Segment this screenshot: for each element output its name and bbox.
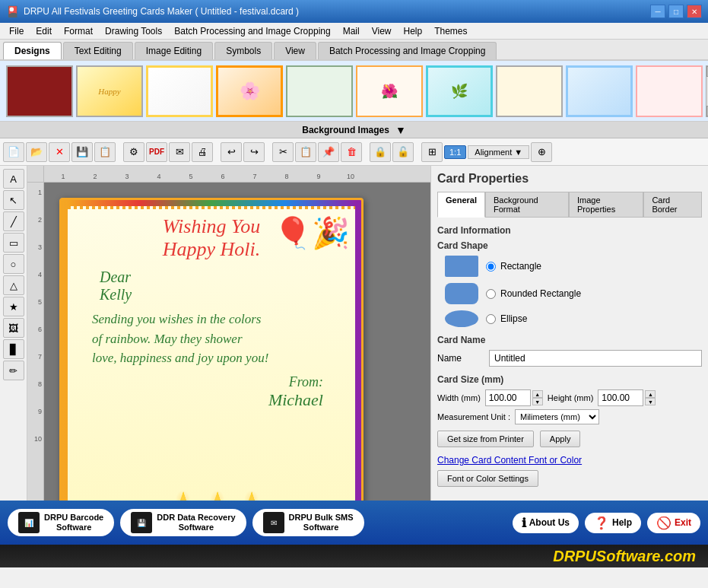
open-button[interactable]: 📂 <box>26 142 47 162</box>
height-label: Height (mm) <box>548 393 594 402</box>
template-thumb-5[interactable] <box>286 65 353 117</box>
menu-drawing-tools[interactable]: Drawing Tools <box>99 24 168 38</box>
zoom-button[interactable]: 1:1 <box>444 145 466 159</box>
tab-view[interactable]: View <box>274 42 316 59</box>
radio-rectangle[interactable]: Rectangle <box>486 261 541 272</box>
tab-symbols[interactable]: Symbols <box>214 42 272 59</box>
menu-view[interactable]: View <box>366 24 398 38</box>
template-thumb-8[interactable] <box>496 65 563 117</box>
email-button[interactable]: ✉ <box>169 142 190 162</box>
width-input[interactable] <box>485 389 531 406</box>
pencil-tool[interactable]: ✏ <box>3 361 24 380</box>
text-tool[interactable]: A <box>3 169 24 189</box>
radio-rect-input[interactable] <box>486 262 496 272</box>
card-shape-title: Card Shape <box>437 240 702 251</box>
about-us-button[interactable]: ℹ About Us <box>513 513 579 533</box>
triangle-tool[interactable]: △ <box>3 275 24 295</box>
saveas-button[interactable]: 📋 <box>94 142 116 162</box>
barcode-tool[interactable]: ▊ <box>3 339 24 359</box>
title-bar: 🎴 DRPU All Festivals Greeting Cards Make… <box>0 0 708 23</box>
copy-button[interactable]: 📋 <box>295 142 316 162</box>
product-barcode[interactable]: 📊 DRPU BarcodeSoftware <box>8 509 114 536</box>
background-images-bar: Background Images ▼ <box>0 122 708 138</box>
menu-format[interactable]: Format <box>58 24 99 38</box>
properties-button[interactable]: ⚙ <box>123 142 144 162</box>
template-thumb-2[interactable]: Happy <box>76 65 143 117</box>
panel-tab-border[interactable]: Card Border <box>643 192 702 218</box>
exit-button[interactable]: 🚫 Exit <box>647 513 700 533</box>
cut-button[interactable]: ✂ <box>272 142 294 162</box>
height-input[interactable] <box>598 389 643 406</box>
sms-icon: ✉ <box>263 512 284 533</box>
pdf-button[interactable]: PDF <box>146 142 167 162</box>
radio-ellipse-input[interactable] <box>486 314 496 324</box>
print-button[interactable]: 🖨 <box>192 142 213 162</box>
rect-tool[interactable]: ▭ <box>3 233 24 253</box>
line-tool[interactable]: ╱ <box>3 211 24 231</box>
template-thumb-6[interactable]: 🌺 <box>356 65 423 117</box>
panel-tab-general[interactable]: General <box>437 192 485 218</box>
grid-button[interactable]: ⊞ <box>421 142 443 162</box>
paste-button[interactable]: 📌 <box>318 142 339 162</box>
menu-edit[interactable]: Edit <box>30 24 58 38</box>
ruler-tick: 1 <box>47 173 79 180</box>
new-button[interactable]: 📄 <box>3 142 24 162</box>
circle-tool[interactable]: ○ <box>3 254 24 274</box>
menu-themes[interactable]: Themes <box>428 24 473 38</box>
template-thumb-10[interactable] <box>636 65 703 117</box>
close-button[interactable]: ✕ <box>687 5 702 18</box>
zoom-in-button[interactable]: ⊕ <box>531 142 552 162</box>
dropdown-icon[interactable]: ▼ <box>395 124 406 136</box>
radio-rounded[interactable]: Rounded Rectangle <box>486 288 581 299</box>
template-thumb-3[interactable] <box>146 65 213 117</box>
tab-bar: Designs Text Editing Image Editing Symbo… <box>0 40 708 61</box>
template-thumb-1[interactable] <box>6 65 73 117</box>
help-button[interactable]: ❓ Help <box>585 513 641 533</box>
undo-button[interactable]: ↩ <box>221 142 242 162</box>
image-tool[interactable]: 🖼 <box>3 318 24 338</box>
star-tool[interactable]: ★ <box>3 297 24 316</box>
alignment-button[interactable]: Alignment ▼ <box>468 145 529 159</box>
minimize-button[interactable]: ─ <box>650 5 665 18</box>
tab-batch[interactable]: Batch Processing and Image Cropping <box>318 42 497 59</box>
radio-rounded-input[interactable] <box>486 289 496 299</box>
get-size-printer-button[interactable]: Get size from Printer <box>437 431 534 447</box>
delete-button[interactable]: 🗑 <box>341 142 362 162</box>
product-recovery[interactable]: 💾 DDR Data RecoverySoftware <box>120 509 246 536</box>
tab-text-editing[interactable]: Text Editing <box>63 42 133 59</box>
left-tools: A ↖ ╱ ▭ ○ △ ★ 🖼 ▊ ✏ <box>0 166 27 501</box>
save-button[interactable]: 💾 <box>71 142 93 162</box>
arrow-tool[interactable]: ↖ <box>3 190 24 210</box>
redo-button[interactable]: ↪ <box>243 142 265 162</box>
greeting-card[interactable]: 🎈🎉 Wishing You Happy Holi. Dear Kelly Se… <box>59 198 364 501</box>
tab-designs[interactable]: Designs <box>3 42 62 59</box>
menu-batch[interactable]: Batch Processing and Image Cropping <box>168 24 336 38</box>
lock-button[interactable]: 🔒 <box>370 142 391 162</box>
width-down[interactable]: ▼ <box>532 398 543 405</box>
panel-title: Card Properties <box>437 172 702 186</box>
close-file-button[interactable]: ✕ <box>49 142 70 162</box>
template-thumb-4[interactable]: 🌸 <box>216 65 283 117</box>
shape-thumb-rounded <box>445 283 478 304</box>
radio-ellipse[interactable]: Ellipse <box>486 313 527 324</box>
width-up[interactable]: ▲ <box>532 390 543 398</box>
template-thumb-9[interactable] <box>566 65 633 117</box>
panel-tab-background[interactable]: Background Format <box>485 192 569 218</box>
panel-tab-image[interactable]: Image Properties <box>569 192 643 218</box>
maximize-button[interactable]: □ <box>668 5 684 18</box>
product-sms[interactable]: ✉ DRPU Bulk SMSSoftware <box>252 509 364 536</box>
bottom-right: ℹ About Us ❓ Help 🚫 Exit <box>513 513 700 533</box>
height-down[interactable]: ▼ <box>645 398 656 405</box>
unlock-button[interactable]: 🔓 <box>392 142 414 162</box>
menu-help[interactable]: Help <box>397 24 428 38</box>
menu-file[interactable]: File <box>3 24 30 38</box>
menu-mail[interactable]: Mail <box>337 24 366 38</box>
font-color-settings-button[interactable]: Font or Color Settings <box>437 470 538 487</box>
bottom-products: 📊 DRPU BarcodeSoftware 💾 DDR Data Recove… <box>8 509 364 536</box>
name-input[interactable] <box>489 350 702 367</box>
unit-select[interactable]: Milimeters (mm) Centimeters (cm) Inches … <box>515 409 599 424</box>
template-thumb-7[interactable]: 🌿 <box>426 65 493 117</box>
height-up[interactable]: ▲ <box>645 390 656 398</box>
apply-button[interactable]: Apply <box>540 431 581 447</box>
tab-image-editing[interactable]: Image Editing <box>135 42 213 59</box>
